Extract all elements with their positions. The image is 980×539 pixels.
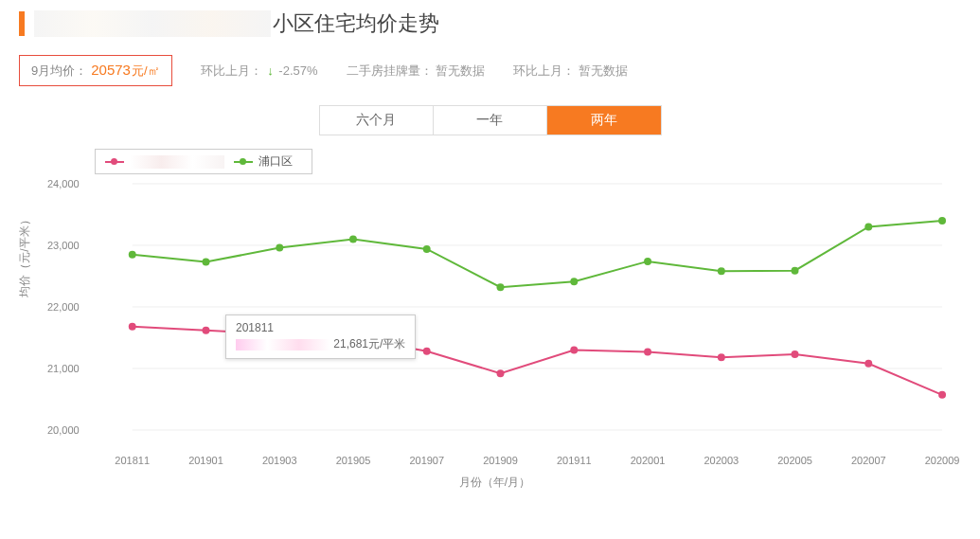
x-tick: 201911 [557, 455, 592, 466]
svg-point-12 [644, 348, 651, 355]
y-tick: 21,000 [47, 363, 80, 374]
chart-area: 均价（元/平米） 201811 21,681元/平米 月份（年/月） 20,00… [28, 174, 961, 487]
tooltip-value: 21,681元/平米 [333, 337, 405, 350]
svg-point-16 [938, 391, 946, 399]
svg-point-26 [792, 267, 799, 275]
mom-value: -2.57% [278, 63, 317, 78]
x-tick: 202003 [704, 455, 739, 466]
x-tick: 201901 [188, 455, 223, 466]
x-tick: 202001 [631, 455, 666, 466]
svg-point-18 [203, 259, 210, 266]
legend-marker-green [234, 161, 253, 163]
tab-1y[interactable]: 一年 [434, 106, 547, 135]
svg-point-14 [792, 350, 799, 358]
info-row: 9月均价： 20573 元/㎡ 环比上月： ↓ -2.57% 二手房挂牌量： 暂… [19, 55, 961, 86]
x-tick: 201907 [409, 455, 444, 466]
x-tick: 202009 [925, 455, 960, 466]
x-axis-label: 月份（年/月） [459, 475, 530, 491]
x-tick: 201909 [483, 455, 518, 466]
svg-point-28 [938, 217, 946, 225]
svg-point-9 [423, 348, 431, 355]
avg-price-box: 9月均价： 20573 元/㎡ [19, 55, 172, 86]
legend-series-1[interactable] [105, 155, 224, 169]
plot[interactable]: 201811 21,681元/平米 [85, 174, 952, 449]
svg-point-24 [644, 258, 651, 265]
mom2-label: 环比上月： [513, 63, 575, 78]
y-axis-label: 均价（元/平米） [17, 214, 33, 296]
x-tick: 201811 [115, 455, 150, 466]
legend-label-redacted [130, 155, 224, 169]
svg-point-19 [276, 244, 283, 252]
title-accent-bar [19, 11, 25, 36]
listing-label: 二手房挂牌量： [347, 63, 433, 78]
svg-point-15 [864, 360, 872, 368]
mom-label: 环比上月： [201, 63, 262, 78]
y-tick: 24,000 [47, 178, 80, 189]
svg-point-27 [864, 224, 872, 231]
mom2-value: 暂无数据 [579, 63, 628, 78]
x-tick: 201903 [262, 455, 297, 466]
y-tick: 20,000 [47, 424, 80, 436]
title-redacted [34, 10, 271, 37]
x-tick: 202005 [777, 455, 812, 466]
x-tick: 202007 [851, 455, 886, 466]
legend-label-2: 浦口区 [258, 153, 293, 170]
svg-point-11 [570, 347, 578, 354]
avg-price-unit: 元/㎡ [132, 63, 160, 80]
svg-point-21 [423, 245, 431, 253]
svg-point-22 [497, 283, 505, 291]
svg-point-6 [203, 327, 210, 334]
page-title: 小区住宅均价走势 [273, 9, 439, 38]
svg-point-17 [129, 251, 136, 259]
mom2-segment: 环比上月： 暂无数据 [513, 63, 628, 80]
x-tick: 201905 [336, 455, 371, 466]
chart-tooltip: 201811 21,681元/平米 [225, 314, 416, 359]
tooltip-date: 201811 [236, 321, 405, 334]
arrow-down-icon: ↓ [267, 63, 274, 78]
listing-segment: 二手房挂牌量： 暂无数据 [347, 63, 486, 80]
avg-price-label: 9月均价： [31, 63, 87, 80]
svg-point-5 [129, 323, 136, 331]
legend-marker-pink [105, 161, 124, 163]
avg-price-value: 20573 [91, 62, 131, 78]
y-tick: 23,000 [47, 240, 80, 251]
mom-segment: 环比上月： ↓ -2.57% [201, 63, 318, 80]
svg-point-10 [497, 369, 505, 377]
title-row: 小区住宅均价走势 [19, 9, 961, 38]
svg-point-13 [718, 353, 725, 361]
svg-point-23 [570, 278, 578, 285]
listing-value: 暂无数据 [436, 63, 485, 78]
svg-point-20 [349, 236, 357, 243]
legend-series-2[interactable]: 浦口区 [234, 153, 293, 170]
tab-6m[interactable]: 六个月 [320, 106, 434, 135]
chart-legend: 浦口区 [95, 149, 312, 174]
tooltip-redacted [236, 339, 330, 350]
svg-point-25 [718, 267, 725, 275]
time-range-tabs: 六个月 一年 两年 [19, 105, 961, 135]
y-tick: 22,000 [47, 301, 80, 313]
tab-2y[interactable]: 两年 [547, 106, 661, 135]
